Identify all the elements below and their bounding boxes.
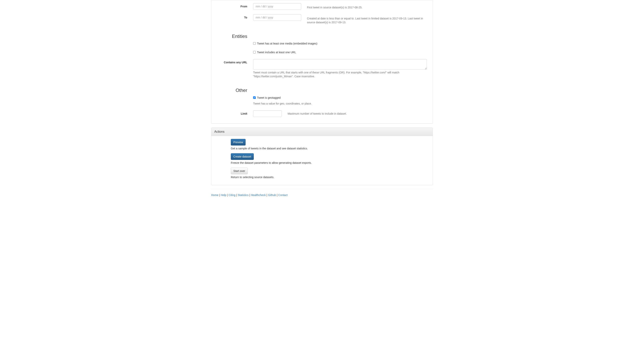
limit-help: Maximum number of tweets to include in d…: [288, 112, 392, 116]
contains-url-row: Contains any URL Tweet must contain a UR…: [214, 59, 430, 80]
has-media-label: Tweet has at least one media (embedded i…: [257, 42, 318, 45]
contains-url-label: Contains any URL: [214, 59, 250, 64]
footer-link-contact[interactable]: Contact: [278, 193, 288, 197]
geotagged-checkbox[interactable]: [253, 96, 256, 99]
preview-desc: Get a sample of tweets in the dataset an…: [231, 146, 430, 150]
start-over-button[interactable]: Start over: [231, 168, 248, 174]
geotagged-checkbox-wrap: Tweet is geotagged: [253, 96, 427, 100]
footer-link-healthcheck[interactable]: Healthcheck: [251, 193, 266, 197]
create-dataset-desc: Freeze the dataset parameters to allow g…: [231, 161, 430, 165]
filters-panel: From First tweet in source dataset(s) is…: [211, 0, 433, 124]
from-label: From: [214, 3, 250, 8]
has-url-checkbox[interactable]: [253, 51, 256, 53]
create-dataset-button[interactable]: Create dataset: [231, 153, 254, 160]
has-url-label: Tweet includes at least one URL: [257, 51, 296, 54]
limit-row: Limit Maximum number of tweets to includ…: [214, 110, 430, 117]
geotagged-help: Tweet has a value for geo, coordinates, …: [253, 102, 427, 105]
geotagged-label: Tweet is geotagged: [257, 96, 280, 99]
has-url-label-wrap[interactable]: Tweet includes at least one URL: [253, 51, 296, 54]
to-label: To: [214, 14, 250, 19]
from-input[interactable]: [253, 3, 301, 10]
contains-url-input[interactable]: [253, 59, 427, 69]
other-heading: Other: [214, 87, 250, 94]
has-media-checkbox[interactable]: [253, 42, 256, 45]
to-row: To Created at date is less than or equal…: [214, 14, 430, 26]
to-help: Created at date is less than or equal to…: [307, 16, 427, 24]
footer-link-citing[interactable]: Citing: [228, 193, 236, 197]
geotagged-label-wrap[interactable]: Tweet is geotagged: [253, 96, 280, 99]
entities-heading: Entities: [214, 33, 250, 40]
preview-button[interactable]: Preview: [231, 139, 246, 145]
to-input[interactable]: [253, 14, 301, 21]
limit-input[interactable]: [253, 110, 282, 117]
limit-label: Limit: [214, 110, 250, 116]
has-url-checkbox-wrap: Tweet includes at least one URL: [253, 50, 427, 54]
has-media-checkbox-wrap: Tweet has at least one media (embedded i…: [253, 41, 427, 45]
footer-link-home[interactable]: Home: [211, 193, 218, 197]
footer-link-statistics[interactable]: Statistics: [238, 193, 248, 197]
start-over-desc: Return to selecting source datasets.: [231, 175, 430, 179]
footer-link-github[interactable]: Github: [268, 193, 276, 197]
from-row: From First tweet in source dataset(s) is…: [214, 3, 430, 11]
contains-url-help: Tweet must contain a URL that starts wit…: [253, 70, 427, 78]
footer-link-help[interactable]: Help: [221, 193, 226, 197]
actions-panel: Actions Preview Get a sample of tweets i…: [211, 127, 433, 185]
actions-heading: Actions: [211, 128, 433, 136]
has-media-label-wrap[interactable]: Tweet has at least one media (embedded i…: [253, 42, 318, 45]
footer-links: Home | Help | Citing | Statistics | Heal…: [211, 193, 433, 197]
from-help: First tweet in source dataset(s) is 2017…: [307, 5, 427, 9]
